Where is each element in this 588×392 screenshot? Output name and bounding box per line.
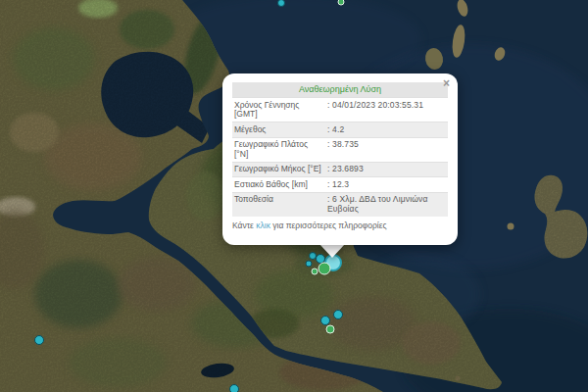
table-row: Χρόνος Γέννησης [GMT] : 04/01/2023 20:03… [232,97,448,122]
earthquake-marker[interactable] [326,325,335,334]
footer-text-suffix: για περισσότερες πληροφορίες [270,220,387,230]
earthquake-map-app: × Αναθεωρημένη Λύση Χρόνος Γέννησης [GMT… [0,0,588,392]
info-row-label: Χρόνος Γέννησης [GMT] [232,98,325,122]
more-info-link[interactable]: κλικ [256,220,270,230]
earthquake-marker[interactable] [34,335,44,345]
info-row-label: Γεωγραφικό Πλάτος [°N] [232,138,325,162]
info-row-value: : 12.3 [325,177,448,192]
info-row-label: Τοποθεσία [232,193,325,217]
close-icon[interactable]: × [443,77,450,89]
earthquake-marker[interactable] [338,0,345,6]
table-row: Τοποθεσία : 6 Χλμ. ΔΒΔ του Λιμνιώνα Ευβο… [232,192,448,217]
popup-title: Αναθεωρημένη Λύση [232,82,448,97]
info-row-value: : 6 Χλμ. ΔΒΔ του Λιμνιώνα Ευβοίας [325,193,448,217]
info-row-label: Εστιακό Βάθος [km] [232,177,325,192]
table-row: Εστιακό Βάθος [km] : 12.3 [232,176,448,192]
earthquake-marker[interactable] [320,316,330,325]
earthquake-marker[interactable] [306,261,313,268]
info-row-value: : 04/01/2023 20:03:55.31 [325,98,448,122]
table-row: Γεωγραφικό Μήκος [°E] : 23.6893 [232,162,448,177]
footer-text-prefix: Κάντε [232,220,256,230]
earthquake-marker[interactable] [333,310,343,319]
table-row: Γεωγραφικό Πλάτος [°N] : 38.735 [232,137,448,162]
earthquake-marker[interactable] [277,0,285,7]
earthquake-info-popup: × Αναθεωρημένη Λύση Χρόνος Γέννησης [GMT… [222,74,458,245]
info-row-value: : 38.735 [325,138,448,162]
info-row-label: Μέγεθος [232,122,325,137]
earthquake-marker[interactable] [229,384,239,392]
table-row: Μέγεθος : 4.2 [232,122,448,137]
info-row-value: : 23.6893 [325,163,448,177]
earthquake-info-table: Χρόνος Γέννησης [GMT] : 04/01/2023 20:03… [232,97,448,217]
earthquake-marker[interactable] [312,269,318,275]
info-row-label: Γεωγραφικό Μήκος [°E] [232,163,325,177]
earthquake-marker[interactable] [318,263,331,275]
popup-tail [319,244,345,258]
info-row-value: : 4.2 [325,122,448,137]
popup-footer: Κάντε κλικ για περισσότερες πληροφορίες [232,217,448,231]
